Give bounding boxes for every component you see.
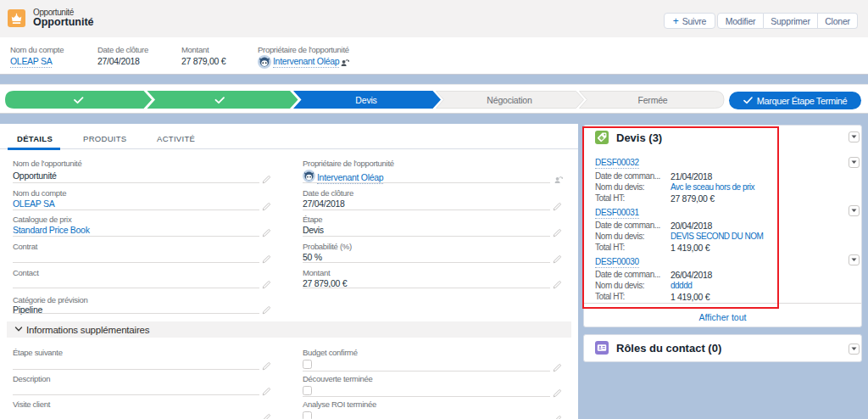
svg-text:Devis: Devis (355, 95, 376, 105)
svg-text:Négociation: Négociation (487, 95, 532, 105)
svg-text:Fermée: Fermée (638, 95, 668, 105)
